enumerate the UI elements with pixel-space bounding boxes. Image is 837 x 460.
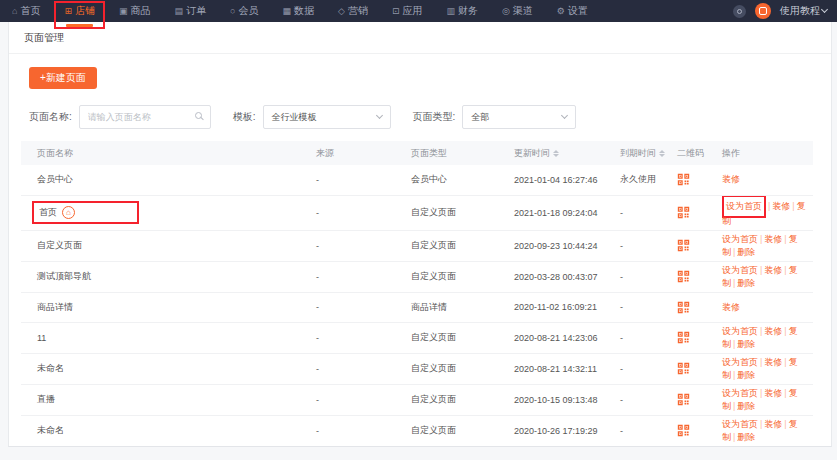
expire-time: 永久使用 xyxy=(614,165,671,195)
template-select[interactable]: 全行业模板 xyxy=(263,105,391,129)
updated-time: 2020-08-21 14:32:11 xyxy=(508,353,614,384)
action-separator: | xyxy=(792,201,794,211)
page-type: 自定义页面 xyxy=(405,353,508,384)
page-source: - xyxy=(310,446,405,447)
qrcode-icon[interactable] xyxy=(677,424,690,437)
action-link[interactable]: 删除 xyxy=(737,247,755,257)
page-name-input-wrap xyxy=(79,105,211,129)
table-row: 自定义页面-自定义页面2020-09-23 10:44:24-设为首页|装修|复… xyxy=(21,230,813,261)
qrcode-icon[interactable] xyxy=(677,362,690,375)
user-menu[interactable]: 使用教程 xyxy=(780,4,827,18)
updated-time: 2021-01-18 09:24:04 xyxy=(508,195,614,230)
chevron-down-icon xyxy=(376,112,383,119)
chevron-down-icon xyxy=(821,6,828,13)
order-icon: ▤ xyxy=(175,7,184,16)
action-link[interactable]: 设为首页 xyxy=(722,357,758,367)
chevron-down-icon xyxy=(561,112,568,119)
nav-item-label: 会员 xyxy=(238,4,258,18)
action-link[interactable]: 设为首页 xyxy=(722,419,758,429)
page-name-input[interactable] xyxy=(79,105,211,129)
action-link[interactable]: 装修 xyxy=(764,419,782,429)
nav-item-marketing[interactable]: ◇营销 xyxy=(338,0,368,22)
action-link[interactable]: 装修 xyxy=(722,174,740,184)
nav-item-goods[interactable]: ▣商品 xyxy=(119,0,151,22)
sort-icon[interactable] xyxy=(659,150,665,157)
qrcode-icon[interactable] xyxy=(677,206,690,219)
col-page-name: 页面名称 xyxy=(21,141,310,165)
action-link[interactable]: 装修 xyxy=(764,357,782,367)
new-page-button[interactable]: +新建页面 xyxy=(29,67,97,89)
settings-icon: ⚙ xyxy=(557,7,565,16)
action-link[interactable]: 删除 xyxy=(737,432,755,442)
col-expire-time[interactable]: 到期时间 xyxy=(614,141,671,165)
action-link[interactable]: 删除 xyxy=(737,339,755,349)
page-name: 未命名 xyxy=(37,363,64,373)
nav-item-apps[interactable]: ⊡应用 xyxy=(392,0,423,22)
search-icon[interactable] xyxy=(195,112,202,119)
nav-item-label: 商品 xyxy=(131,4,151,18)
action-separator: | xyxy=(733,339,735,349)
breadcrumb: 页面管理 xyxy=(9,22,831,53)
action-separator: | xyxy=(784,419,786,429)
nav-item-members[interactable]: ○会员 xyxy=(230,0,258,22)
action-link[interactable]: 设为首页 xyxy=(722,326,758,336)
action-separator: | xyxy=(733,247,735,257)
nav-item-settings[interactable]: ⚙设置 xyxy=(557,0,588,22)
action-link[interactable]: 装修 xyxy=(764,265,782,275)
annotation-box: 设为首页 xyxy=(722,195,766,218)
table-row: 春节页面-自定义页面2021-01-21 10:01:22-设为首页|装修|复制… xyxy=(21,446,813,447)
avatar[interactable] xyxy=(755,3,771,19)
qrcode-icon[interactable] xyxy=(677,173,690,186)
page-type: 商品详情 xyxy=(405,292,508,322)
action-link[interactable]: 删除 xyxy=(737,278,755,288)
action-link[interactable]: 删除 xyxy=(737,401,755,411)
action-link[interactable]: 设为首页 xyxy=(726,201,762,211)
channel-icon: ◎ xyxy=(502,7,510,16)
page-container: 页面管理 +新建页面 页面名称: 模板: 全行业模板 页面类型: 全部 xyxy=(8,22,832,447)
page-type-label: 页面类型: xyxy=(413,110,456,124)
template-label: 模板: xyxy=(233,110,256,124)
qrcode-icon[interactable] xyxy=(677,301,690,314)
table-row: 商品详情-商品详情2020-11-02 16:09:21-装修 xyxy=(21,292,813,322)
col-updated-time[interactable]: 更新时间 xyxy=(508,141,614,165)
qrcode-icon[interactable] xyxy=(677,393,690,406)
page-source: - xyxy=(310,261,405,292)
action-link[interactable]: 设为首页 xyxy=(722,388,758,398)
action-separator: | xyxy=(760,234,762,244)
nav-item-orders[interactable]: ▤订单 xyxy=(175,0,207,22)
qrcode-icon[interactable] xyxy=(677,331,690,344)
nav-item-data[interactable]: ▦数据 xyxy=(282,0,314,22)
action-link[interactable]: 装修 xyxy=(764,326,782,336)
support-icon[interactable] xyxy=(733,5,746,18)
action-separator: | xyxy=(760,265,762,275)
action-link[interactable]: 设为首页 xyxy=(722,234,758,244)
page-type: 自定义页面 xyxy=(405,195,508,230)
action-link[interactable]: 装修 xyxy=(764,234,782,244)
page-source: - xyxy=(310,353,405,384)
action-link[interactable]: 装修 xyxy=(764,388,782,398)
action-link[interactable]: 装修 xyxy=(772,201,790,211)
action-separator: | xyxy=(784,357,786,367)
nav-item-finance[interactable]: ▥财务 xyxy=(446,0,478,22)
action-link[interactable]: 装修 xyxy=(722,302,740,312)
pages-table: 页面名称 来源 页面类型 更新时间 到期时间 二维码 操作 会员中心-会员中心2… xyxy=(21,141,813,447)
nav-item-channels[interactable]: ◎渠道 xyxy=(502,0,533,22)
app-icon: ⊡ xyxy=(392,7,400,16)
action-separator: | xyxy=(768,201,770,211)
page-name: 未命名 xyxy=(37,425,64,435)
table-body: 会员中心-会员中心2021-01-04 16:27:46永久使用装修首页⌂-自定… xyxy=(21,165,813,447)
qrcode-icon[interactable] xyxy=(677,270,690,283)
nav-item-shop[interactable]: ⊞店铺 xyxy=(64,0,95,22)
qrcode-icon[interactable] xyxy=(677,239,690,252)
page-type-select[interactable]: 全部 xyxy=(462,105,576,129)
updated-time: 2021-01-21 10:01:22 xyxy=(508,446,614,447)
sort-icon[interactable] xyxy=(553,150,559,157)
page-name: 自定义页面 xyxy=(37,240,82,250)
action-link[interactable]: 删除 xyxy=(737,370,755,380)
action-link[interactable]: 设为首页 xyxy=(722,265,758,275)
marketing-icon: ◇ xyxy=(338,7,345,16)
page-type: 自定义页面 xyxy=(405,322,508,353)
home-icon: ⌂ xyxy=(12,7,17,16)
action-separator: | xyxy=(784,326,786,336)
nav-item-home[interactable]: ⌂首页 xyxy=(12,0,40,22)
